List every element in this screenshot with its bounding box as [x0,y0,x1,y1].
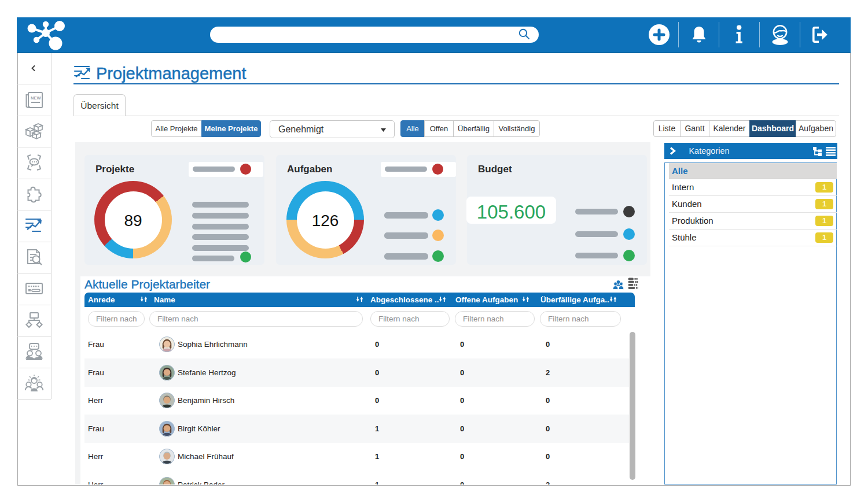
svg-text:NEW: NEW [31,95,41,101]
